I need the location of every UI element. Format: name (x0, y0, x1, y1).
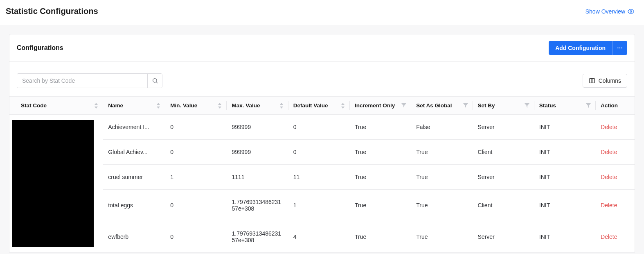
cell-max: 999999 (227, 115, 288, 140)
th-label: Name (108, 102, 123, 109)
cell-increment-only: True (350, 190, 411, 221)
configurations-table: Stat Code Name (9, 96, 635, 253)
cell-name: Achievement I... (103, 115, 165, 140)
sort-icon[interactable] (94, 103, 98, 109)
th-label: Min. Value (170, 102, 197, 109)
cell-default: 0 (288, 140, 350, 165)
table-row: Global Achiev... 0 999999 0 True True Cl… (9, 140, 635, 165)
th-min-value[interactable]: Min. Value (165, 97, 227, 115)
cell-status: INIT (534, 221, 596, 253)
cell-min: 1 (165, 165, 227, 190)
cell-default: 0 (288, 115, 350, 140)
cell-set-by: Client (473, 140, 534, 165)
cell-increment-only: True (350, 115, 411, 140)
cell-name: total eggs (103, 190, 165, 221)
th-label: Increment Only (355, 102, 395, 109)
search-wrap (17, 73, 162, 88)
filter-icon[interactable] (463, 103, 468, 108)
cell-set-as-global: False (411, 115, 473, 140)
card-title: Configurations (17, 44, 63, 52)
cell-max: 999999 (227, 140, 288, 165)
show-overview-label: Show Overview (585, 8, 625, 15)
cell-set-as-global: True (411, 190, 473, 221)
th-label: Action (601, 102, 618, 109)
th-name[interactable]: Name (103, 97, 165, 115)
svg-point-3 (621, 48, 622, 48)
sort-icon[interactable] (341, 103, 345, 109)
table-row: ewfberb 0 1.7976931348623157e+308 4 True… (9, 221, 635, 253)
columns-button-label: Columns (599, 77, 621, 84)
th-default-value[interactable]: Default Value (288, 97, 350, 115)
cell-min: 0 (165, 221, 227, 253)
th-label: Status (539, 102, 556, 109)
th-stat-code[interactable]: Stat Code (9, 97, 103, 115)
cell-name: cruel summer (103, 165, 165, 190)
more-actions-button[interactable] (612, 41, 627, 55)
cell-increment-only: True (350, 140, 411, 165)
cell-set-by: Server (473, 115, 534, 140)
dots-horizontal-icon (617, 45, 623, 51)
eye-icon (628, 8, 634, 15)
cell-status: INIT (534, 140, 596, 165)
search-button[interactable] (147, 74, 162, 88)
cell-set-by: Server (473, 165, 534, 190)
cell-status: INIT (534, 190, 596, 221)
sort-icon[interactable] (218, 103, 222, 109)
th-set-by[interactable]: Set By (473, 97, 534, 115)
table-row: cruel summer 1 1111 11 True True Server … (9, 165, 635, 190)
cell-max: 1.7976931348623157e+308 (227, 190, 288, 221)
cell-increment-only: True (350, 165, 411, 190)
cell-name: Global Achiev... (103, 140, 165, 165)
delete-link[interactable]: Delete (601, 149, 617, 155)
redacted-block (12, 120, 94, 247)
add-configuration-button[interactable]: Add Configuration (549, 41, 612, 55)
svg-point-1 (617, 48, 618, 48)
cell-min: 0 (165, 140, 227, 165)
cell-set-by: Client (473, 190, 534, 221)
cell-min: 0 (165, 115, 227, 140)
page-title: Statistic Configurations (6, 7, 98, 16)
cell-default: 4 (288, 221, 350, 253)
columns-icon (589, 77, 595, 84)
filter-icon[interactable] (525, 103, 529, 108)
th-status[interactable]: Status (534, 97, 596, 115)
delete-link[interactable]: Delete (601, 234, 617, 240)
cell-default: 11 (288, 165, 350, 190)
svg-line-5 (156, 82, 158, 83)
cell-max: 1.7976931348623157e+308 (227, 221, 288, 253)
svg-point-4 (153, 79, 156, 82)
cell-default: 1 (288, 190, 350, 221)
cell-min: 0 (165, 190, 227, 221)
th-label: Default Value (293, 102, 328, 109)
cell-set-as-global: True (411, 221, 473, 253)
th-set-as-global[interactable]: Set As Global (411, 97, 473, 115)
cell-status: INIT (534, 115, 596, 140)
delete-link[interactable]: Delete (601, 202, 617, 209)
delete-link[interactable]: Delete (601, 124, 617, 130)
svg-rect-6 (590, 79, 594, 83)
filter-icon[interactable] (586, 103, 591, 108)
table-row: total eggs 0 1.7976931348623157e+308 1 T… (9, 190, 635, 221)
cell-set-by: Server (473, 221, 534, 253)
columns-button[interactable]: Columns (583, 74, 627, 88)
filter-icon[interactable] (401, 103, 406, 108)
configurations-card: Configurations Add Configuration (9, 34, 635, 253)
th-label: Stat Code (21, 102, 47, 109)
svg-point-0 (630, 11, 632, 12)
sort-icon[interactable] (279, 103, 284, 109)
cell-name: ewfberb (103, 221, 165, 253)
cell-set-as-global: True (411, 140, 473, 165)
th-max-value[interactable]: Max. Value (227, 97, 288, 115)
delete-link[interactable]: Delete (601, 174, 617, 180)
th-increment-only[interactable]: Increment Only (350, 97, 411, 115)
cell-set-as-global: True (411, 165, 473, 190)
th-label: Set As Global (416, 102, 452, 109)
cell-max: 1111 (227, 165, 288, 190)
th-label: Set By (478, 102, 495, 109)
svg-point-2 (619, 48, 620, 48)
stat-code-cell (9, 115, 103, 253)
sort-icon[interactable] (156, 103, 160, 109)
show-overview-link[interactable]: Show Overview (585, 8, 634, 15)
search-input[interactable] (17, 74, 147, 88)
th-label: Max. Value (232, 102, 260, 109)
